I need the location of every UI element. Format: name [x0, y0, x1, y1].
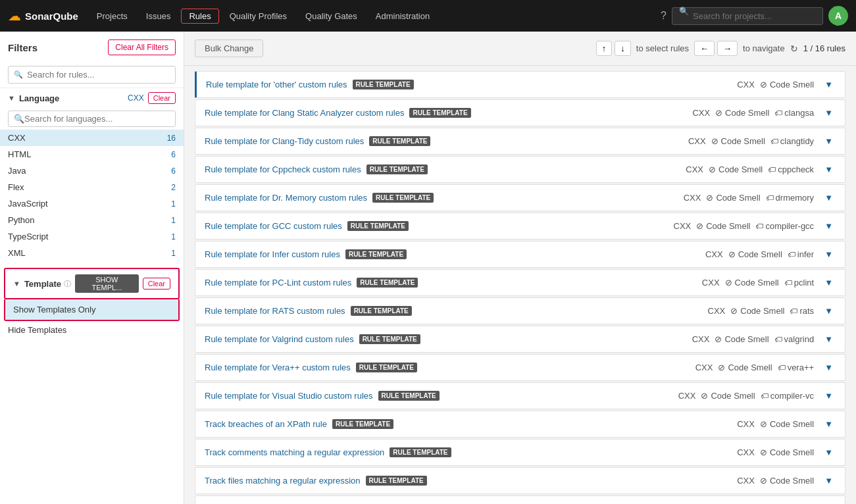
rule-link-7[interactable]: Rule template for PC-Lint custom rules: [205, 278, 351, 288]
navigate-left-button[interactable]: ←: [694, 41, 715, 56]
rule-badge-9: RULE TEMPLATE: [359, 334, 420, 344]
bulk-change-button[interactable]: Bulk Change: [195, 39, 263, 57]
lang-item-flex[interactable]: Flex 2: [0, 179, 184, 195]
rule-type-0: ⊘ Code Smell: [760, 80, 814, 89]
rule-actions-7: ▼: [822, 276, 836, 289]
template-filter-section: ▼ Template ⓘ SHOW TEMPL... Clear Show Te…: [0, 268, 184, 339]
help-icon[interactable]: ?: [661, 10, 667, 22]
rule-filter-button-4[interactable]: ▼: [822, 191, 836, 204]
rule-filter-button-8[interactable]: ▼: [822, 305, 836, 317]
type-icon-9: ⊘: [715, 334, 722, 344]
rule-link-12[interactable]: Track breaches of an XPath rule: [205, 419, 327, 429]
rule-filter-button-12[interactable]: ▼: [822, 418, 836, 430]
rule-filter-button-11[interactable]: ▼: [822, 390, 836, 402]
rule-tag-5: 🏷 compiler-gcc: [755, 221, 814, 231]
type-icon-5: ⊘: [696, 221, 703, 231]
logo[interactable]: ☁ SonarQube: [8, 8, 78, 24]
refresh-icon[interactable]: ↻: [790, 43, 798, 54]
show-templates-button[interactable]: SHOW TEMPL...: [75, 274, 139, 293]
rule-actions-8: ▼: [822, 305, 836, 317]
rule-link-11[interactable]: Rule template for Visual Studio custom r…: [205, 391, 373, 401]
nav-projects[interactable]: Projects: [89, 9, 136, 24]
rule-actions-3: ▼: [822, 163, 836, 176]
rule-item-2: Rule template for Clang-Tidy custom rule…: [195, 128, 845, 155]
rule-filter-button-14[interactable]: ▼: [822, 474, 836, 487]
rule-filter-button-9[interactable]: ▼: [822, 333, 836, 345]
rule-item-13: Track comments matching a regular expres…: [195, 439, 845, 466]
main-layout: Filters Clear All Filters 🔍 ▼ Language C…: [0, 32, 856, 504]
lang-count: 16: [167, 134, 176, 143]
template-clear-button[interactable]: Clear: [143, 278, 170, 290]
lang-item-typescript[interactable]: TypeScript 1: [0, 228, 184, 245]
rule-type-7: ⊘ Code Smell: [725, 278, 779, 288]
nav-quality-gates[interactable]: Quality Gates: [297, 9, 365, 24]
lang-item-xml[interactable]: XML 1: [0, 245, 184, 261]
nav-issues[interactable]: Issues: [138, 9, 179, 24]
lang-name: Flex: [8, 182, 24, 192]
rule-link-9[interactable]: Rule template for Valgrind custom rules: [205, 334, 354, 344]
language-clear-button[interactable]: Clear: [148, 92, 176, 104]
rule-meta-13: CXX ⊘ Code Smell ▼: [737, 446, 836, 459]
rule-filter-button-1[interactable]: ▼: [822, 107, 836, 119]
rule-link-2[interactable]: Rule template for Clang-Tidy custom rule…: [205, 136, 364, 146]
nav-administration[interactable]: Administration: [368, 9, 438, 24]
language-search-icon: 🔍: [14, 114, 24, 124]
rule-filter-button-7[interactable]: ▼: [822, 276, 836, 289]
template-filter-header[interactable]: ▼ Template ⓘ SHOW TEMPL... Clear: [4, 268, 180, 299]
rule-link-4[interactable]: Rule template for Dr. Memory custom rule…: [205, 193, 367, 203]
navigate-arrows: ← →: [694, 41, 738, 56]
type-icon-4: ⊘: [706, 193, 713, 203]
rule-actions-11: ▼: [822, 390, 836, 402]
tag-icon-11: 🏷: [761, 391, 768, 401]
rule-item-1: Rule template for Clang Static Analyzer …: [195, 99, 845, 126]
rule-tag-6: 🏷 infer: [788, 249, 814, 259]
select-up-button[interactable]: ↑: [596, 41, 613, 56]
rule-link-10[interactable]: Rule template for Vera++ custom rules: [205, 363, 351, 372]
rule-type-3: ⊘ Code Smell: [709, 164, 763, 174]
lang-item-cxx[interactable]: CXX 16: [0, 130, 184, 146]
rule-lang-4: CXX: [684, 193, 701, 203]
rule-lang-2: CXX: [688, 136, 706, 146]
rule-meta-12: CXX ⊘ Code Smell ▼: [737, 418, 836, 430]
hide-templates-option[interactable]: Hide Templates: [0, 321, 184, 339]
rule-link-3[interactable]: Rule template for Cppcheck custom rules: [205, 164, 361, 174]
rule-filter-button-2[interactable]: ▼: [822, 135, 836, 147]
rules-search-wrap: 🔍: [0, 62, 184, 88]
rule-type-14: ⊘ Code Smell: [760, 476, 814, 486]
select-down-button[interactable]: ↓: [615, 41, 631, 56]
lang-item-python[interactable]: Python 1: [0, 212, 184, 228]
rule-tag-11: 🏷 compiler-vc: [761, 391, 814, 401]
project-search-input[interactable]: [693, 11, 811, 21]
rule-filter-button-5[interactable]: ▼: [822, 220, 836, 232]
rule-item-0: Rule template for 'other' custom rules R…: [195, 71, 845, 98]
nav-rules[interactable]: Rules: [181, 9, 218, 24]
rule-link-5[interactable]: Rule template for GCC custom rules: [205, 221, 342, 231]
clear-all-filters-button[interactable]: Clear All Filters: [108, 39, 176, 55]
rule-meta-4: CXX ⊘ Code Smell 🏷 drmemory ▼: [684, 191, 836, 204]
rule-filter-button-13[interactable]: ▼: [822, 446, 836, 459]
template-option-show[interactable]: Show Templates Only: [5, 299, 178, 320]
rule-filter-button-10[interactable]: ▼: [822, 361, 836, 374]
rule-filter-button-0[interactable]: ▼: [822, 78, 836, 91]
rules-search-input[interactable]: [27, 70, 170, 80]
rule-link-6[interactable]: Rule template for Infer custom rules: [205, 249, 340, 259]
navigate-right-button[interactable]: →: [717, 41, 738, 56]
language-filter-header[interactable]: ▼ Language CXX Clear: [0, 88, 184, 108]
rule-filter-button-3[interactable]: ▼: [822, 163, 836, 176]
rule-lang-13: CXX: [737, 447, 755, 457]
lang-item-java[interactable]: Java 6: [0, 163, 184, 179]
rule-filter-button-6[interactable]: ▼: [822, 248, 836, 261]
rule-badge-8: RULE TEMPLATE: [351, 306, 412, 316]
rule-link-8[interactable]: Rule template for RATS custom rules: [205, 306, 345, 316]
rule-type-12: ⊘ Code Smell: [760, 419, 814, 429]
lang-item-javascript[interactable]: JavaScript 1: [0, 195, 184, 212]
rule-link-13[interactable]: Track comments matching a regular expres…: [205, 447, 384, 457]
rule-item-3: Rule template for Cppcheck custom rules …: [195, 156, 845, 183]
lang-item-html[interactable]: HTML 6: [0, 146, 184, 163]
rule-link-0[interactable]: Rule template for 'other' custom rules: [206, 80, 347, 89]
nav-quality-profiles[interactable]: Quality Profiles: [222, 9, 295, 24]
language-search-input[interactable]: [24, 114, 170, 124]
user-avatar[interactable]: A: [828, 6, 848, 26]
rule-link-1[interactable]: Rule template for Clang Static Analyzer …: [205, 108, 404, 118]
rule-link-14[interactable]: Track files matching a regular expressio…: [205, 476, 361, 486]
